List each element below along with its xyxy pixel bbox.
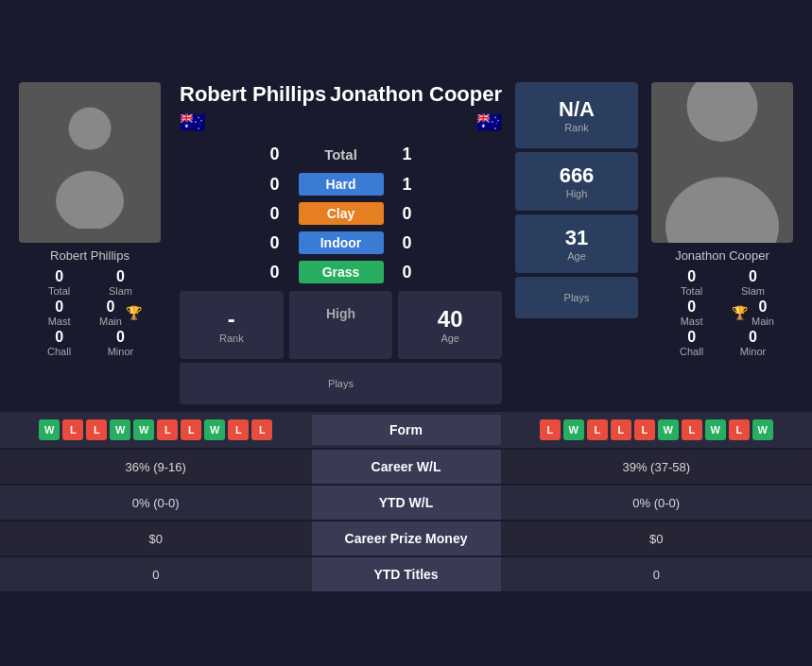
prize-right: $0 (501, 522, 813, 555)
right-age-card: 31 Age (515, 214, 638, 273)
names-row: Robert Phillips Jonathon Cooper (170, 82, 511, 107)
right-total-stat: 0 Total (670, 268, 713, 297)
right-main-stat: 🏆 0 Main (732, 299, 774, 327)
left-trophy-icon: 🏆 (126, 305, 142, 320)
right-rank-label: Rank (523, 122, 631, 133)
surface-grass: Grass (299, 261, 384, 283)
left-plays-card: Plays (180, 363, 502, 404)
right-mast-stat: 0 Mast (670, 299, 713, 327)
form-badge-left-8: W (204, 419, 225, 440)
main-container: Robert Phillips 0 Total 0 Slam 0 Mast 0 (0, 73, 812, 593)
score-left-hard: 0 (251, 175, 299, 195)
ytd-titles-label: YTD Titles (312, 557, 501, 591)
left-total-stat: 0 Total (38, 268, 80, 297)
form-badge-left-6: L (157, 419, 178, 440)
right-heading: Jonathon Cooper (330, 82, 502, 107)
left-chall-stat: 0 Chall (38, 329, 80, 357)
form-row: W L L W W L L W L L Form L W L L L W L W (0, 412, 812, 448)
form-badge-left-5: W (133, 419, 154, 440)
svg-point-0 (69, 108, 112, 150)
plays-section: Plays (170, 363, 511, 404)
ytd-wl-row: 0% (0-0) YTD W/L 0% (0-0) (0, 486, 812, 520)
form-badge-left-1: W (39, 419, 60, 440)
right-stats-grid: 0 Total 0 Slam 0 Mast 🏆 0 Main (670, 268, 774, 357)
score-right-indoor: 0 (384, 233, 431, 253)
form-badge-left-2: L (62, 419, 83, 440)
left-player-avatar (19, 82, 161, 243)
left-slam-stat: 0 Slam (99, 268, 142, 297)
right-minor-stat: 0 Minor (732, 329, 774, 357)
right-info-section: N/A Rank 666 High 31 Age Plays (515, 82, 638, 404)
left-heading: Robert Phillips (180, 82, 326, 107)
match-row-indoor: 0 Indoor 0 (180, 231, 502, 254)
right-chall-stat: 0 Chall (670, 329, 713, 357)
surface-clay: Clay (299, 202, 384, 225)
score-right-hard: 1 (384, 175, 431, 195)
right-flag: 🇦🇺 (476, 111, 502, 135)
left-rank-card: - Rank (180, 291, 284, 359)
left-rank-label: Rank (187, 333, 276, 344)
flags-row: 🇦🇺 🇦🇺 (170, 111, 511, 135)
right-player-name: Jonathon Cooper (675, 248, 769, 263)
match-row-hard: 0 Hard 1 (180, 173, 502, 196)
players-area: Robert Phillips 0 Total 0 Slam 0 Mast 0 (0, 73, 812, 404)
right-plays-label: Plays (523, 292, 631, 303)
ytd-titles-right: 0 (501, 558, 813, 591)
form-badge-right-3: L (587, 419, 608, 440)
score-left-grass: 0 (251, 263, 299, 282)
form-badge-left-9: L (228, 419, 249, 440)
career-wl-label: Career W/L (312, 450, 501, 484)
svg-point-2 (687, 82, 758, 142)
right-plays-card: Plays (515, 277, 638, 318)
left-stats-grid: 0 Total 0 Slam 0 Mast 0 Main 🏆 (38, 268, 142, 357)
right-high-card: 666 High (515, 152, 638, 211)
left-player-name: Robert Phillips (50, 248, 130, 263)
center-column: Robert Phillips Jonathon Cooper 🇦🇺 🇦🇺 0 … (170, 82, 511, 404)
svg-point-1 (56, 171, 124, 229)
form-badge-left-7: L (181, 419, 201, 440)
right-trophy-icon: 🏆 (732, 305, 748, 320)
left-player-card: Robert Phillips 0 Total 0 Slam 0 Mast 0 (9, 82, 170, 404)
surface-indoor: Indoor (299, 231, 384, 254)
form-badge-right-6: W (658, 419, 679, 440)
left-age-value: 40 (406, 306, 494, 333)
right-rank-value: N/A (523, 97, 631, 122)
right-age-value: 31 (523, 226, 631, 250)
right-player-avatar (651, 82, 793, 243)
form-badge-left-3: L (86, 419, 107, 440)
ytd-wl-right: 0% (0-0) (501, 487, 813, 520)
right-high-label: High (523, 188, 631, 199)
ytd-wl-left: 0% (0-0) (0, 487, 312, 520)
ytd-wl-label: YTD W/L (312, 486, 501, 520)
right-form-badges: L W L L L W L W L W (501, 412, 813, 448)
surface-total: Total (299, 143, 384, 166)
prize-row: $0 Career Prize Money $0 (0, 521, 812, 555)
bottom-stats: W L L W W L L W L L Form L W L L L W L W (0, 412, 812, 591)
right-player-card: Jonathon Cooper 0 Total 0 Slam 0 Mast 🏆 (642, 82, 803, 404)
left-high-value: High (297, 306, 386, 321)
left-age-card: 40 Age (398, 291, 502, 359)
surface-hard: Hard (299, 173, 384, 196)
ytd-titles-left: 0 (0, 558, 312, 591)
right-slam-stat: 0 Slam (732, 268, 774, 297)
match-row-total: 0 Total 1 (180, 143, 502, 166)
left-age-label: Age (406, 333, 494, 344)
form-badge-right-5: L (634, 419, 655, 440)
left-flag: 🇦🇺 (180, 111, 205, 135)
left-form-badges: W L L W W L L W L L (0, 412, 312, 448)
right-rank-card: N/A Rank (515, 82, 638, 148)
prize-left: $0 (0, 522, 312, 555)
prize-label: Career Prize Money (312, 521, 501, 555)
score-left-indoor: 0 (251, 233, 299, 253)
right-high-value: 666 (523, 163, 631, 188)
rank-age-section: - Rank High 40 Age (170, 291, 511, 359)
form-badge-left-10: L (251, 419, 272, 440)
left-plays-label: Plays (187, 378, 494, 389)
right-age-label: Age (523, 250, 631, 262)
match-row-grass: 0 Grass 0 (180, 261, 502, 283)
career-wl-left: 36% (9-16) (0, 451, 312, 484)
score-right-clay: 0 (384, 204, 431, 224)
left-mast-stat: 0 Mast (38, 299, 80, 327)
match-row-clay: 0 Clay 0 (180, 202, 502, 225)
score-left-clay: 0 (251, 204, 299, 224)
